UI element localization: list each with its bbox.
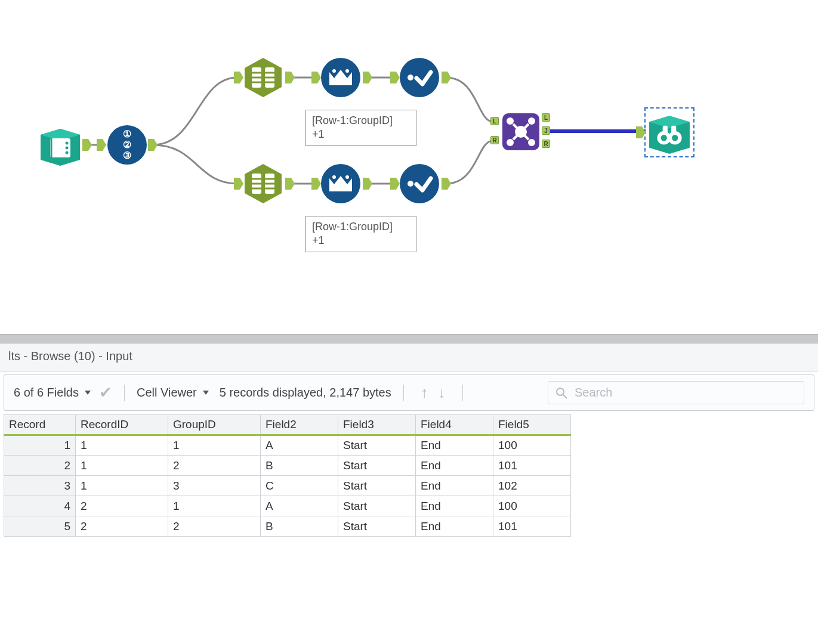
cell-viewer-label: Cell Viewer — [137, 386, 197, 400]
annotation-line1: [Row-1:GroupID] — [312, 220, 410, 234]
col-header[interactable]: Field2 — [261, 415, 338, 435]
anchor-in-icon — [234, 178, 243, 190]
results-table[interactable]: Record RecordID GroupID Field2 Field3 Fi… — [4, 414, 571, 537]
workflow-canvas[interactable]: ① ② ③ — [0, 0, 818, 334]
table-row[interactable]: 4 2 1 A Start End 100 — [4, 496, 571, 516]
anchor-in-icon — [311, 72, 321, 83]
table-row[interactable]: 2 1 2 B Start End 101 — [4, 456, 571, 476]
prev-record-button[interactable]: ↑ — [416, 383, 433, 402]
formula-tool-top[interactable] — [399, 57, 440, 98]
svg-point-19 — [345, 69, 349, 73]
svg-marker-8 — [245, 58, 282, 97]
join-out-L[interactable]: L — [542, 113, 550, 122]
svg-point-18 — [332, 69, 336, 73]
svg-text:②: ② — [123, 140, 131, 150]
separator — [462, 385, 463, 401]
annotation-top[interactable]: [Row-1:GroupID] +1 — [305, 110, 416, 146]
svg-rect-48 — [663, 126, 668, 134]
record-id-tool[interactable]: ① ② ③ — [106, 124, 148, 166]
anchor-out-icon — [148, 139, 158, 151]
svg-point-53 — [557, 388, 564, 395]
svg-text:①: ① — [123, 129, 131, 139]
col-header[interactable]: Field5 — [493, 415, 571, 435]
next-record-button[interactable]: ↓ — [433, 383, 450, 402]
svg-point-34 — [400, 164, 439, 203]
anchor-out-icon — [285, 178, 295, 190]
panel-divider — [0, 334, 818, 343]
svg-point-35 — [408, 181, 413, 187]
annotation-bottom[interactable]: [Row-1:GroupID] +1 — [305, 216, 416, 252]
svg-point-20 — [400, 58, 439, 97]
table-row[interactable]: 1 1 1 A Start End 100 — [4, 435, 571, 456]
multi-row-formula-tool-bottom[interactable] — [320, 163, 362, 205]
separator — [124, 385, 125, 401]
join-out-R[interactable]: R — [542, 140, 550, 148]
anchor-out-icon — [363, 72, 372, 83]
anchor-out-icon — [82, 139, 92, 151]
svg-rect-50 — [666, 134, 672, 138]
join-tool[interactable] — [500, 111, 542, 153]
search-box[interactable] — [548, 381, 804, 404]
input-data-tool[interactable] — [39, 124, 81, 166]
search-input[interactable] — [573, 385, 797, 400]
svg-point-32 — [332, 175, 336, 179]
table-header-row: Record RecordID GroupID Field2 Field3 Fi… — [4, 415, 571, 435]
svg-point-39 — [528, 117, 535, 125]
annotation-line2: +1 — [312, 128, 410, 141]
join-in-R[interactable]: R — [490, 136, 499, 144]
search-icon — [555, 387, 567, 399]
col-header[interactable]: Field4 — [416, 415, 493, 435]
anchor-in-icon — [311, 178, 321, 190]
join-in-L[interactable]: L — [490, 117, 499, 125]
formula-tool-bottom[interactable] — [399, 163, 440, 205]
svg-point-52 — [672, 135, 678, 141]
cell-viewer-dropdown[interactable]: Cell Viewer — [137, 386, 209, 400]
anchor-in-icon — [636, 126, 646, 138]
anchor-out-icon — [363, 178, 372, 190]
svg-marker-22 — [245, 164, 282, 203]
anchor-in-icon — [390, 178, 400, 190]
annotation-line2: +1 — [312, 234, 410, 247]
svg-point-33 — [345, 175, 349, 179]
svg-point-2 — [66, 147, 69, 150]
fields-dropdown-label: 6 of 6 Fields — [14, 386, 79, 400]
anchor-out-icon — [442, 178, 451, 190]
separator — [403, 385, 404, 401]
table-body: 1 1 1 A Start End 100 2 1 2 B Start End … — [4, 435, 571, 537]
svg-line-54 — [563, 395, 567, 398]
svg-point-21 — [408, 75, 413, 80]
col-header[interactable]: GroupID — [168, 415, 261, 435]
svg-point-40 — [507, 139, 514, 146]
apply-check-icon[interactable]: ✔ — [99, 383, 112, 402]
svg-point-41 — [528, 139, 535, 146]
anchor-in-icon — [234, 72, 243, 83]
multi-row-formula-tool-top[interactable] — [320, 57, 362, 98]
col-header[interactable]: RecordID — [76, 415, 168, 435]
svg-point-3 — [66, 151, 69, 154]
results-panel-title: lts - Browse (10) - Input — [0, 343, 818, 372]
join-out-J[interactable]: J — [542, 126, 550, 135]
anchor-out-icon — [442, 72, 451, 83]
svg-rect-49 — [671, 126, 676, 134]
results-toolbar: 6 of 6 Fields ✔ Cell Viewer 5 records di… — [4, 374, 814, 411]
anchor-out-icon — [285, 72, 295, 83]
records-status: 5 records displayed, 2,147 bytes — [220, 386, 391, 400]
caret-down-icon — [85, 391, 91, 395]
anchor-in-icon — [390, 72, 400, 83]
select-tool-bottom[interactable] — [242, 163, 284, 205]
svg-text:③: ③ — [123, 150, 131, 160]
table-row[interactable]: 3 1 3 C Start End 102 — [4, 476, 571, 496]
select-tool-top[interactable] — [242, 57, 284, 98]
col-header[interactable]: Record — [4, 415, 76, 435]
svg-point-51 — [661, 135, 667, 141]
annotation-line1: [Row-1:GroupID] — [312, 114, 410, 128]
svg-point-38 — [507, 117, 514, 125]
svg-point-1 — [66, 142, 69, 145]
browse-tool[interactable] — [644, 107, 694, 157]
fields-dropdown[interactable]: 6 of 6 Fields — [14, 386, 91, 400]
anchor-in-icon — [97, 139, 106, 151]
col-header[interactable]: Field3 — [338, 415, 416, 435]
table-row[interactable]: 5 2 2 B Start End 101 — [4, 516, 571, 537]
caret-down-icon — [203, 391, 209, 395]
